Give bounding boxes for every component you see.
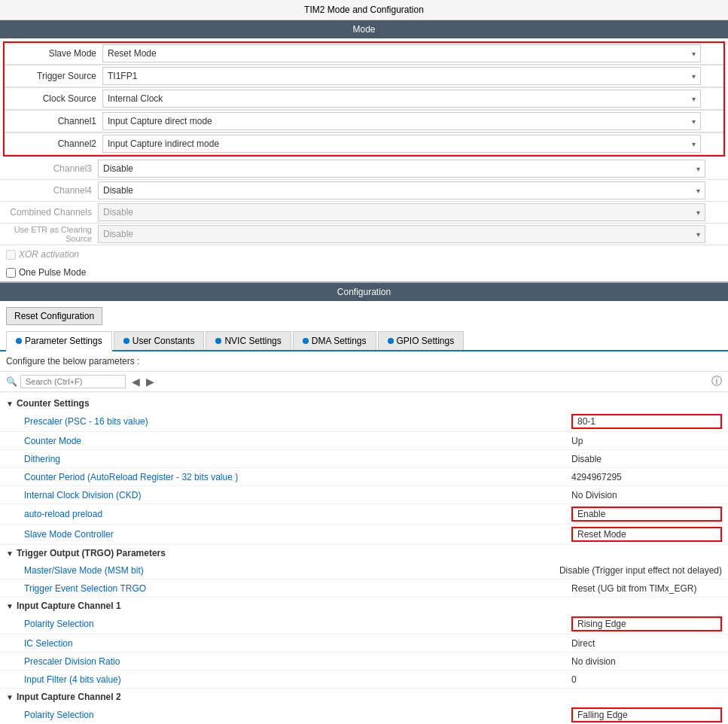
clock-source-value: Internal Clock bbox=[108, 93, 689, 104]
search-input[interactable] bbox=[20, 375, 126, 388]
combined-channels-label: Combined Channels bbox=[0, 207, 98, 218]
tab-dma-label: DMA Settings bbox=[312, 336, 367, 346]
mode-header: Mode bbox=[0, 20, 728, 38]
nav-next-icon[interactable]: ▶ bbox=[146, 376, 154, 388]
param-counter-mode: Counter Mode Up bbox=[0, 432, 728, 450]
trigger-event-value: Reset (UG bit from TIMx_EGR) bbox=[571, 583, 722, 594]
clock-source-dropdown[interactable]: Internal Clock ▾ bbox=[102, 90, 701, 108]
tab-nvic-label: NVIC Settings bbox=[224, 336, 281, 346]
group-trgo[interactable]: ▼ Trigger Output (TRGO) Parameters bbox=[0, 545, 728, 561]
param-ckd: Internal Clock Division (CKD) No Divisio… bbox=[0, 486, 728, 504]
title-bar: TIM2 Mode and Configuration bbox=[0, 0, 728, 20]
trgo-label: Trigger Output (TRGO) Parameters bbox=[17, 548, 166, 558]
ckd-value: No Division bbox=[571, 490, 722, 500]
window-title: TIM2 Mode and Configuration bbox=[0, 0, 728, 20]
channel2-row: Channel2 Input Capture indirect mode ▾ bbox=[5, 132, 723, 155]
counter-mode-name: Counter Mode bbox=[24, 436, 571, 446]
slave-mode-dropdown[interactable]: Reset Mode ▾ bbox=[102, 44, 701, 62]
config-header: Configuration bbox=[0, 283, 728, 301]
channel4-row: Channel4 Disable ▾ bbox=[0, 180, 728, 202]
tab-dot-gpio bbox=[388, 338, 394, 344]
xor-checkbox bbox=[6, 250, 16, 260]
param-ic1-selection: IC Selection Direct bbox=[0, 634, 728, 653]
channel2-dropdown[interactable]: Input Capture indirect mode ▾ bbox=[102, 135, 701, 153]
slave-mode-ctrl-name: Slave Mode Controller bbox=[24, 529, 571, 540]
slave-mode-ctrl-value: Reset Mode bbox=[571, 527, 722, 542]
tab-dot-dma bbox=[303, 338, 309, 344]
use-etr-value: Disable bbox=[103, 229, 693, 239]
ic2-label: Input Capture Channel 2 bbox=[17, 692, 121, 702]
ic1-label: Input Capture Channel 1 bbox=[17, 601, 121, 611]
params-area: ▼ Counter Settings Prescaler (PSC - 16 b… bbox=[0, 392, 728, 724]
counter-toggle-icon: ▼ bbox=[6, 400, 14, 408]
nav-prev-icon[interactable]: ◀ bbox=[132, 376, 140, 388]
param-prescaler: Prescaler (PSC - 16 bits value) 80-1 bbox=[0, 412, 728, 432]
channel3-row: Channel3 Disable ▾ bbox=[0, 158, 728, 180]
tab-nvic-settings[interactable]: NVIC Settings bbox=[206, 331, 291, 350]
use-etr-row: Use ETR as Clearing Source Disable ▾ bbox=[0, 224, 728, 245]
channel3-dropdown[interactable]: Disable ▾ bbox=[98, 160, 705, 178]
group-ic-channel1[interactable]: ▼ Input Capture Channel 1 bbox=[0, 598, 728, 614]
tab-dot-nvic bbox=[215, 338, 221, 344]
xor-label: XOR activation bbox=[19, 249, 79, 260]
tabs-bar: Parameter Settings User Constants NVIC S… bbox=[0, 331, 728, 351]
tab-parameter-settings[interactable]: Parameter Settings bbox=[6, 331, 112, 351]
tab-user-constants[interactable]: User Constants bbox=[114, 331, 205, 350]
tab-gpio-settings[interactable]: GPIO Settings bbox=[378, 331, 465, 350]
ic1-polarity-value: Rising Edge bbox=[571, 616, 722, 631]
ic2-toggle-icon: ▼ bbox=[6, 693, 14, 701]
ic2-polarity-value: Falling Edge bbox=[571, 707, 722, 722]
tab-gpio-label: GPIO Settings bbox=[397, 336, 455, 346]
channel3-arrow: ▾ bbox=[696, 165, 700, 173]
msm-value: Disable (Trigger input effect not delaye… bbox=[559, 565, 722, 576]
ic1-selection-name: IC Selection bbox=[24, 638, 571, 649]
combined-channels-arrow: ▾ bbox=[696, 208, 700, 217]
ic2-polarity-name: Polarity Selection bbox=[24, 710, 571, 720]
param-counter-period: Counter Period (AutoReload Register - 32… bbox=[0, 468, 728, 486]
one-pulse-checkbox[interactable] bbox=[6, 268, 16, 278]
combined-channels-row: Combined Channels Disable ▾ bbox=[0, 202, 728, 224]
channel3-label: Channel3 bbox=[0, 163, 98, 174]
param-msm: Master/Slave Mode (MSM bit) Disable (Tri… bbox=[0, 561, 728, 580]
counter-mode-value: Up bbox=[571, 436, 722, 446]
tab-dot-parameter bbox=[16, 338, 22, 344]
counter-settings-label: Counter Settings bbox=[17, 398, 90, 409]
ic1-filter-value: 0 bbox=[571, 674, 722, 685]
param-ic1-prescaler: Prescaler Division Ratio No division bbox=[0, 653, 728, 671]
slave-mode-label: Slave Mode bbox=[5, 48, 102, 59]
search-row: 🔍 ◀ ▶ ⓘ bbox=[0, 372, 728, 392]
tab-parameter-label: Parameter Settings bbox=[25, 336, 102, 346]
group-counter-settings[interactable]: ▼ Counter Settings bbox=[0, 395, 728, 412]
param-dithering: Dithering Disable bbox=[0, 450, 728, 468]
info-icon[interactable]: ⓘ bbox=[711, 375, 722, 388]
config-desc: Configure the below parameters : bbox=[0, 351, 728, 372]
reset-config-button[interactable]: Reset Configuration bbox=[6, 307, 102, 325]
channel2-value: Input Capture indirect mode bbox=[108, 138, 689, 149]
channel1-dropdown[interactable]: Input Capture direct mode ▾ bbox=[102, 112, 701, 130]
counter-period-value: 4294967295 bbox=[571, 472, 722, 482]
channel2-label: Channel2 bbox=[5, 138, 102, 149]
slave-mode-row: Slave Mode Reset Mode ▾ bbox=[5, 43, 723, 65]
slave-mode-arrow: ▾ bbox=[692, 50, 696, 58]
tab-dot-user bbox=[123, 338, 129, 344]
channel4-value: Disable bbox=[103, 185, 693, 196]
channel4-label: Channel4 bbox=[0, 185, 98, 196]
trigger-source-value: TI1FP1 bbox=[108, 71, 689, 81]
channel4-dropdown[interactable]: Disable ▾ bbox=[98, 181, 705, 199]
prescaler-name: Prescaler (PSC - 16 bits value) bbox=[24, 416, 571, 427]
channel3-value: Disable bbox=[103, 163, 693, 174]
trgo-toggle-icon: ▼ bbox=[6, 549, 14, 558]
config-section: Configuration Reset Configuration Parame… bbox=[0, 283, 728, 724]
channel1-label: Channel1 bbox=[5, 116, 102, 126]
auto-reload-value: Enable bbox=[571, 506, 722, 522]
combined-channels-value: Disable bbox=[103, 207, 693, 218]
param-auto-reload: auto-reload preload Enable bbox=[0, 504, 728, 525]
trigger-source-dropdown[interactable]: TI1FP1 ▾ bbox=[102, 67, 701, 85]
group-ic-channel2[interactable]: ▼ Input Capture Channel 2 bbox=[0, 689, 728, 705]
one-pulse-row: One Pulse Mode bbox=[0, 263, 728, 281]
param-slave-mode-ctrl: Slave Mode Controller Reset Mode bbox=[0, 525, 728, 545]
use-etr-label: Use ETR as Clearing Source bbox=[0, 225, 98, 243]
tab-dma-settings[interactable]: DMA Settings bbox=[293, 331, 376, 350]
prescaler-value: 80-1 bbox=[571, 414, 722, 429]
ic1-prescaler-value: No division bbox=[571, 656, 722, 667]
